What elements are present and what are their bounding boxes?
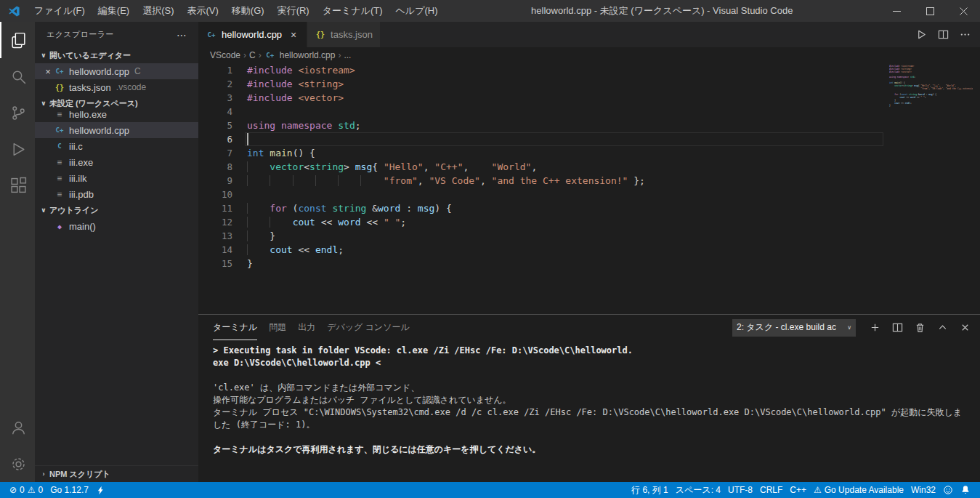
menu-item[interactable]: 編集(E): [92, 0, 136, 22]
editor-tab[interactable]: C+helloworld.cpp×: [198, 22, 307, 47]
code-line[interactable]: 4: [198, 105, 886, 119]
bell-icon: [960, 485, 971, 495]
code-line[interactable]: 12 cout << word << " ";: [198, 215, 886, 229]
maximize-panel-button[interactable]: [933, 318, 952, 337]
minimize-button[interactable]: [880, 0, 913, 22]
panel-tabs: ターミナル問題出力デバッグ コンソール: [213, 315, 421, 340]
breadcrumb-item[interactable]: VScode: [210, 50, 240, 60]
code-token: ;: [400, 217, 406, 228]
notifications-bell[interactable]: [957, 485, 974, 495]
code-line[interactable]: 10: [198, 188, 886, 201]
line-number: 8: [198, 161, 232, 172]
platform-status[interactable]: Win32: [907, 485, 939, 495]
go-update-status[interactable]: ⚠ Go Update Available: [810, 485, 907, 495]
terminal-line: [213, 369, 965, 382]
code-line[interactable]: 7int main() {: [198, 146, 886, 160]
cursor-position-status[interactable]: 行 6, 列 1: [628, 484, 672, 497]
terminal-content[interactable]: > Executing task in folder VScode: cl.ex…: [198, 340, 980, 482]
terminal-dropdown[interactable]: 2: タスク - cl.exe build ac ∨: [732, 319, 856, 337]
eol-status[interactable]: CRLF: [756, 485, 786, 495]
code-line[interactable]: 13 }: [198, 229, 886, 243]
code-line[interactable]: 5using namespace std;: [198, 119, 886, 132]
panel-tab-terminal[interactable]: ターミナル: [213, 315, 257, 340]
menu-item[interactable]: ファイル(F): [28, 0, 92, 22]
npm-scripts-header[interactable]: › NPM スクリプト: [35, 466, 198, 482]
outline-header[interactable]: ∨ アウトライン: [35, 202, 198, 218]
code-token: [247, 244, 270, 255]
code-token: cout: [270, 244, 292, 255]
breadcrumb-item[interactable]: C: [249, 50, 256, 60]
outline-item[interactable]: ◆main(): [35, 218, 198, 234]
menu-item[interactable]: 表示(V): [181, 0, 225, 22]
problems-status[interactable]: ⊘ 0 ⚠ 0: [6, 485, 46, 495]
trash-icon: [915, 322, 926, 333]
menu-item[interactable]: ターミナル(T): [316, 0, 389, 22]
activitybar-search[interactable]: [0, 58, 35, 95]
code-line[interactable]: 6: [198, 132, 886, 146]
breadcrumb-item[interactable]: C+helloworld.cpp: [264, 50, 336, 60]
lightning-status[interactable]: [92, 486, 109, 495]
editor-more-button[interactable]: [955, 25, 974, 44]
breadcrumb-item[interactable]: ...: [344, 50, 351, 60]
close-icon[interactable]: ×: [288, 29, 299, 41]
open-editors-list: ×C+helloworld.cppC{}tasks.json.vscode: [35, 63, 198, 95]
chevron-down-icon: ∨: [38, 100, 49, 107]
activitybar-settings[interactable]: [0, 446, 35, 482]
code-token: <<: [361, 217, 384, 228]
go-version-status[interactable]: Go 1.12.7: [46, 485, 92, 495]
open-editor-item[interactable]: ×C+helloworld.cppC: [35, 63, 198, 79]
sidebar-more-button[interactable]: ⋯: [177, 29, 187, 41]
close-icon[interactable]: ×: [42, 66, 54, 77]
menu-item[interactable]: ヘルプ(H): [389, 0, 445, 22]
indentation-status[interactable]: スペース: 4: [672, 484, 724, 497]
maximize-button[interactable]: [913, 0, 947, 22]
editor-tab[interactable]: {}tasks.json: [307, 22, 380, 47]
run-button[interactable]: [912, 25, 931, 44]
code-token: "World": [492, 161, 532, 172]
code-token: {: [372, 161, 384, 172]
code-token: }: [270, 230, 275, 241]
split-editor-button[interactable]: [934, 25, 952, 44]
activitybar-extensions[interactable]: [0, 167, 35, 204]
code-editor[interactable]: 1#include <iostream>2#include <string>3#…: [198, 63, 980, 314]
code-line[interactable]: 8 vector<string> msg{ "Hello", "C++", "W…: [198, 160, 886, 174]
code-line[interactable]: 15}: [198, 257, 886, 270]
search-icon: [9, 68, 28, 86]
close-window-button[interactable]: [947, 0, 980, 22]
file-tree-item[interactable]: Ciii.c: [35, 138, 198, 154]
activitybar-explorer[interactable]: [0, 22, 35, 58]
file-tree-item[interactable]: ≡iii.ilk: [35, 170, 198, 186]
panel-tab-debug-console[interactable]: デバッグ コンソール: [327, 315, 410, 340]
file-tree-item[interactable]: ≡hello.exe: [35, 111, 198, 122]
activitybar-run-debug[interactable]: [0, 131, 35, 167]
panel-tab-problems[interactable]: 問題: [269, 315, 286, 340]
close-panel-button[interactable]: [955, 318, 974, 337]
encoding-status[interactable]: UTF-8: [724, 485, 756, 495]
code-line[interactable]: 11 for (const string &word : msg) {: [198, 201, 886, 215]
code-line[interactable]: 9 "from", "VS Code", "and the C++ extens…: [198, 174, 886, 188]
new-terminal-button[interactable]: [865, 318, 884, 337]
feedback-button[interactable]: [939, 485, 957, 495]
menu-item[interactable]: 選択(S): [136, 0, 180, 22]
open-editors-header[interactable]: ∨ 開いているエディター: [35, 47, 198, 63]
kill-terminal-button[interactable]: [910, 318, 929, 337]
code-line[interactable]: 2#include <string>: [198, 77, 886, 91]
file-tree-item[interactable]: ≡iii.exe: [35, 154, 198, 170]
activitybar-source-control[interactable]: [0, 95, 35, 131]
code-line[interactable]: 14 cout << endl;: [198, 243, 886, 257]
open-editor-item[interactable]: {}tasks.json.vscode: [35, 79, 198, 95]
workspace-header[interactable]: ∨ 未設定 (ワークスペース): [35, 95, 198, 111]
file-tree-item[interactable]: ≡iii.pdb: [35, 186, 198, 202]
code-line[interactable]: 1#include <iostream>: [198, 63, 886, 77]
split-terminal-button[interactable]: [888, 318, 907, 337]
sidebar: エクスプローラー ⋯ ∨ 開いているエディター ×C+helloworld.cp…: [35, 22, 198, 482]
menu-item[interactable]: 移動(G): [225, 0, 271, 22]
code-token: std: [338, 120, 355, 131]
menu-item[interactable]: 実行(R): [271, 0, 316, 22]
minimap[interactable]: #include <iostream>#include <string>#inc…: [889, 65, 973, 225]
activitybar-account[interactable]: [0, 409, 35, 446]
file-tree-item[interactable]: C+helloworld.cpp: [35, 122, 198, 138]
language-status[interactable]: C++: [786, 485, 810, 495]
code-line[interactable]: 3#include <vector>: [198, 91, 886, 105]
panel-tab-output[interactable]: 出力: [298, 315, 315, 340]
